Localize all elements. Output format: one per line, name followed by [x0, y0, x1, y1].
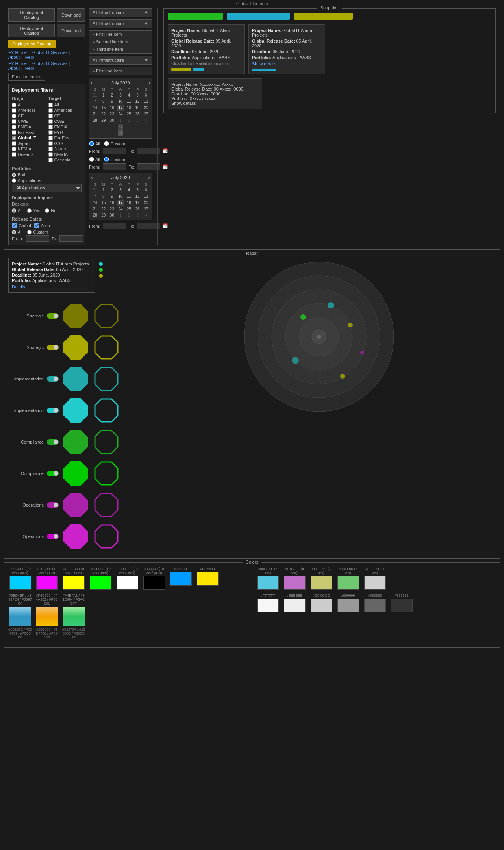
cal-day[interactable]: 2 — [108, 92, 116, 98]
cal-day[interactable]: 6 — [142, 92, 150, 98]
cal-day[interactable]: 16 — [108, 105, 116, 111]
radio-custom-1[interactable]: Custom — [104, 141, 125, 146]
radio-all-1[interactable]: All — [89, 141, 100, 146]
cal-day[interactable]: 31 — [91, 187, 99, 193]
target-ce[interactable]: CE — [48, 113, 82, 118]
cal-day[interactable]: 9 — [108, 193, 116, 199]
cal-day[interactable]: 18 — [125, 105, 133, 111]
dropdown-item-2[interactable]: Second line item — [89, 38, 152, 46]
cal-day[interactable]: 18 — [125, 200, 133, 206]
cal-day[interactable]: 22 — [100, 111, 108, 117]
cal-day[interactable]: 9 — [108, 98, 116, 104]
cal-day[interactable]: 30 — [108, 212, 116, 218]
release-custom[interactable]: Custom — [27, 230, 48, 234]
cal-day[interactable]: 8 — [100, 98, 108, 104]
toggle-compliance-1[interactable] — [47, 439, 59, 445]
cal-day[interactable]: 31 — [91, 92, 99, 98]
cal-day[interactable]: 15 — [100, 105, 108, 111]
origin-americas[interactable]: Americas — [12, 108, 45, 113]
cal-day[interactable]: 11 — [125, 193, 133, 199]
deployment-catalog-btn-1[interactable]: Deployment Catalog — [8, 8, 55, 22]
cal-day[interactable]: 10 — [117, 98, 125, 104]
desktop-no[interactable]: No — [45, 208, 56, 213]
cal-day[interactable]: 19 — [133, 105, 142, 111]
deployment-catalog-btn-yellow[interactable]: Deployment Catalog — [8, 40, 56, 48]
origin-globalit[interactable]: Global IT — [12, 135, 45, 140]
cal-day[interactable]: 27 — [142, 111, 150, 117]
target-gss[interactable]: GSS — [48, 141, 82, 146]
cal-day[interactable]: 4 — [125, 187, 133, 193]
target-nemia[interactable]: NEMIA — [48, 152, 82, 157]
release-all[interactable]: All — [12, 230, 22, 234]
dropdown-item-3[interactable]: Third line item — [89, 46, 152, 53]
cal-day[interactable]: 13 — [142, 98, 150, 104]
to-input-2[interactable] — [137, 163, 160, 170]
from-input[interactable] — [26, 235, 49, 242]
cal-day[interactable]: 21 — [91, 206, 99, 212]
toggle-strategic-2[interactable] — [47, 345, 59, 350]
infrastructure-dropdown-3[interactable]: All Infrastructure ▼ — [89, 56, 152, 65]
cal-day[interactable]: 1 — [100, 187, 108, 193]
origin-oceania[interactable]: Oceania — [12, 152, 45, 157]
help-link-2[interactable]: Help — [25, 66, 34, 71]
origin-emeia[interactable]: EMEIA — [12, 124, 45, 129]
from-input-3[interactable] — [103, 223, 126, 229]
cal-day[interactable]: 25 — [125, 206, 133, 212]
cal-day[interactable]: 15 — [100, 200, 108, 206]
cal-day[interactable]: 29 — [100, 212, 108, 218]
card2-show-details[interactable]: Show details — [252, 61, 322, 66]
from-input-2[interactable] — [103, 163, 126, 170]
toggle-strategic-1[interactable] — [47, 313, 59, 319]
cal-day[interactable]: 14 — [91, 200, 99, 206]
cal-day[interactable]: 11 — [125, 98, 133, 104]
cal-day[interactable]: 3 — [133, 212, 142, 218]
cal-day[interactable]: 24 — [117, 111, 125, 117]
target-japan[interactable]: Japan — [48, 147, 82, 151]
help-link-1[interactable]: Help — [25, 55, 34, 59]
snapshot-card-3[interactable]: Project Name: Xxxxxxxxx Xxxxx Global Rel… — [168, 78, 262, 109]
cal2-next[interactable]: › — [148, 174, 150, 180]
origin-ce[interactable]: CE — [12, 113, 45, 118]
cal-day[interactable]: 7 — [91, 98, 99, 104]
cb-global[interactable]: Global — [12, 223, 31, 228]
applications-dropdown[interactable]: All Applications — [12, 184, 82, 192]
cal-day[interactable]: 5 — [133, 187, 142, 193]
cal-day[interactable]: 22 — [100, 206, 108, 212]
tooltip-details-link[interactable]: Details — [12, 284, 91, 289]
snapshot-card-2[interactable]: Project Name: Global IT Alarm Projects G… — [248, 24, 325, 74]
global-it-link-2[interactable]: Global IT Services — [32, 61, 68, 66]
dropdown-item-1[interactable]: First line item — [89, 31, 152, 38]
cal-day[interactable]: 27 — [142, 206, 150, 212]
cal-day[interactable]: 20 — [142, 200, 150, 206]
to-input-1[interactable] — [137, 148, 160, 154]
cb-area[interactable]: Area — [34, 223, 50, 228]
dropdown-item-4[interactable]: First line item — [89, 67, 152, 75]
infrastructure-dropdown-2[interactable]: All Infrastructure ▼ — [89, 19, 152, 28]
cal-day[interactable]: 23 — [108, 111, 116, 117]
from-input-1[interactable] — [103, 148, 126, 154]
cal-day[interactable]: 3 — [117, 92, 125, 98]
cal-day[interactable]: 25 — [125, 111, 133, 117]
cal-day[interactable]: 28 — [91, 117, 99, 123]
desktop-all[interactable]: All — [12, 208, 22, 213]
cal-day[interactable]: 13 — [142, 193, 150, 199]
cal-day[interactable]: 7 — [91, 193, 99, 199]
cal-day[interactable]: 19 — [133, 200, 142, 206]
toggle-operations-2[interactable] — [47, 534, 59, 539]
cal-day[interactable]: 3 — [133, 117, 142, 123]
target-eyg[interactable]: EYG — [48, 130, 82, 135]
function-button[interactable]: Function button — [8, 73, 45, 81]
toggle-implementation-1[interactable] — [47, 376, 59, 382]
cal-day[interactable]: 20 — [142, 105, 150, 111]
portfolio-both[interactable]: Both — [12, 173, 82, 177]
cal-day[interactable]: 4 — [125, 92, 133, 98]
target-oceania[interactable]: Oceania — [48, 158, 82, 162]
desktop-yes[interactable]: Yes — [27, 208, 40, 213]
cal-day[interactable]: 12 — [133, 98, 142, 104]
cal-day-today[interactable]: 17 — [117, 200, 125, 206]
global-it-link-1[interactable]: Global IT Services — [32, 50, 68, 55]
infrastructure-dropdown-1[interactable]: All Infrastructure ▼ — [89, 8, 152, 17]
cal-day[interactable]: 2 — [108, 187, 116, 193]
cal-day[interactable]: 12 — [133, 193, 142, 199]
cal-day[interactable]: 26 — [133, 206, 142, 212]
